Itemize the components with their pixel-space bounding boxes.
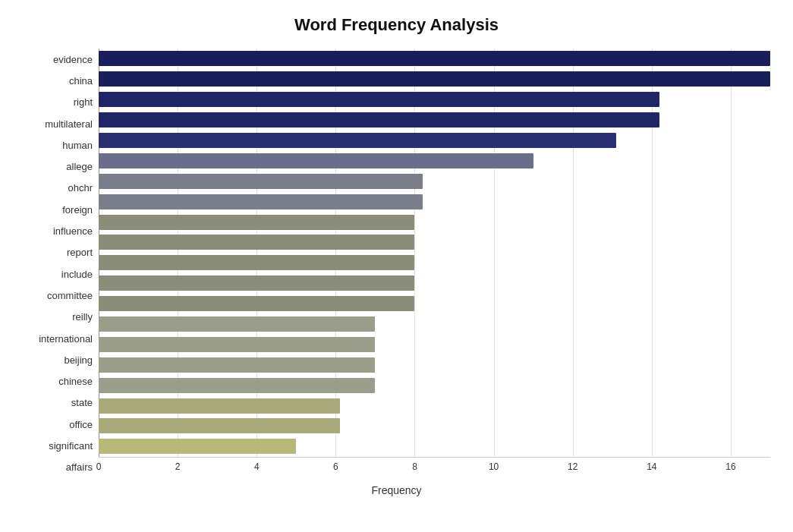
bar-ohchr: [99, 174, 423, 189]
y-label-include: include: [61, 264, 93, 284]
bar-committee: [99, 275, 414, 291]
bar-allege: [99, 153, 533, 168]
bar-row-foreign: [99, 193, 770, 211]
y-label-allege: allege: [66, 157, 93, 177]
bar-row-chinese: [99, 356, 770, 374]
bar-row-beijing: [99, 335, 770, 354]
bar-office: [99, 398, 340, 414]
y-label-committee: committee: [47, 285, 93, 305]
bar-reilly: [99, 296, 414, 311]
y-label-beijing: beijing: [64, 350, 93, 370]
bar-chinese: [99, 357, 375, 373]
bar-affairs: [99, 439, 296, 454]
y-label-international: international: [39, 329, 93, 348]
y-label-state: state: [71, 393, 93, 413]
bar-china: [99, 71, 770, 87]
bars-area: 0246810121416: [99, 49, 770, 478]
x-tick-10: 10: [489, 461, 499, 472]
bar-row-influence: [99, 213, 770, 231]
x-axis-label: Frequency: [23, 484, 770, 496]
x-tick-0: 0: [96, 461, 102, 472]
x-tick-4: 4: [254, 461, 260, 472]
x-tick-2: 2: [175, 461, 181, 472]
bar-beijing: [99, 337, 375, 352]
bar-include: [99, 255, 414, 270]
bar-row-state: [99, 376, 770, 395]
bar-state: [99, 378, 375, 393]
y-label-right: right: [74, 93, 93, 112]
bar-foreign: [99, 194, 423, 209]
x-tick-14: 14: [647, 461, 656, 472]
bar-row-international: [99, 315, 770, 333]
chart-container: Word Frequency Analysis evidencechinarig…: [0, 0, 793, 532]
bar-row-multilateral: [99, 111, 770, 129]
x-tick-16: 16: [725, 461, 735, 472]
y-label-reilly: reilly: [72, 307, 93, 327]
bar-row-china: [99, 70, 770, 88]
y-label-foreign: foreign: [62, 200, 93, 219]
bar-row-office: [99, 397, 770, 415]
y-label-ohchr: ohchr: [68, 178, 93, 198]
y-label-significant: significant: [49, 436, 93, 455]
bar-row-human: [99, 131, 770, 150]
bar-row-reilly: [99, 294, 770, 313]
bar-significant: [99, 418, 340, 433]
x-tick-8: 8: [412, 461, 417, 472]
y-label-multilateral: multilateral: [45, 114, 93, 134]
bar-international: [99, 316, 375, 332]
y-label-china: china: [69, 71, 93, 90]
bar-human: [99, 133, 616, 148]
y-axis-labels: evidencechinarightmultilateralhumanalleg…: [23, 49, 99, 478]
bar-row-right: [99, 90, 770, 109]
y-label-affairs: affairs: [66, 458, 93, 477]
y-label-evidence: evidence: [53, 49, 93, 69]
bar-evidence: [99, 51, 770, 66]
bar-row-ohchr: [99, 172, 770, 190]
bar-row-include: [99, 253, 770, 272]
y-label-influence: influence: [53, 222, 93, 241]
bar-row-committee: [99, 274, 770, 292]
y-label-human: human: [62, 135, 93, 155]
x-tick-6: 6: [333, 461, 338, 472]
bar-row-allege: [99, 152, 770, 170]
bar-report: [99, 235, 414, 250]
bar-row-evidence: [99, 49, 770, 68]
chart-title: Word Frequency Analysis: [23, 15, 770, 35]
y-label-chinese: chinese: [58, 372, 93, 392]
x-tick-12: 12: [568, 461, 577, 472]
bar-influence: [99, 215, 414, 230]
bar-multilateral: [99, 112, 659, 127]
x-axis: 0246810121416: [99, 457, 770, 478]
y-label-report: report: [67, 243, 93, 263]
bar-right: [99, 92, 659, 107]
bar-row-report: [99, 233, 770, 251]
y-label-office: office: [69, 414, 93, 434]
bar-row-significant: [99, 417, 770, 435]
bar-row-affairs: [99, 437, 770, 455]
